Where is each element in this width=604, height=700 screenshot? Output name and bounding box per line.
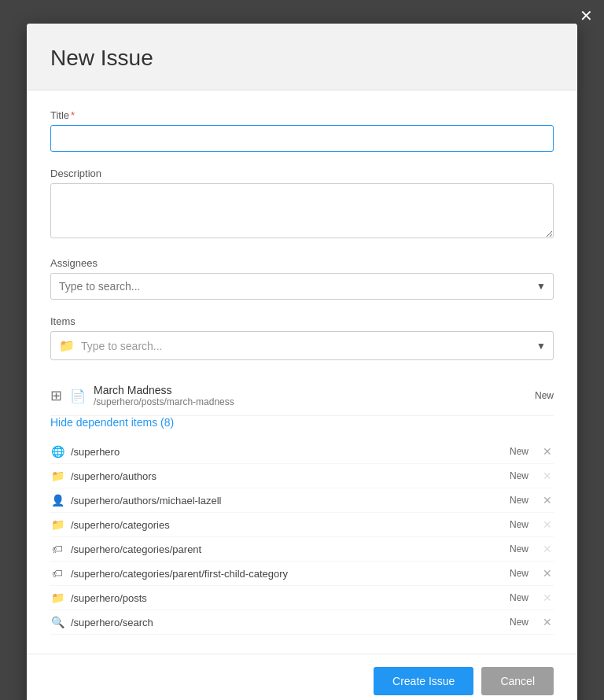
dep-path: /superhero/authors	[71, 470, 503, 482]
selected-item-name: March Madness	[94, 384, 527, 396]
dep-status: New	[510, 568, 528, 579]
list-item: 📁 /superhero/categories New ✕	[50, 513, 554, 537]
dep-close-icon[interactable]: ✕	[541, 494, 554, 507]
dep-close-icon[interactable]: ✕	[541, 470, 554, 482]
hide-dependent-link[interactable]: Hide dependent items (8)	[50, 416, 554, 429]
create-issue-button[interactable]: Create Issue	[374, 667, 473, 695]
close-button[interactable]: ✕	[580, 8, 593, 24]
items-placeholder-text: Type to search...	[81, 340, 163, 352]
list-item: 🏷 /superhero/categories/parent New ✕	[50, 537, 554, 562]
list-item: 📁 /superhero/authors New ✕	[50, 464, 554, 488]
new-issue-modal: New Issue Title* Description Assignees	[27, 24, 577, 700]
list-item: 🔍 /superhero/search New ✕	[50, 610, 554, 635]
dependent-items-list: 🌐 /superhero New ✕ 📁 /superhero/authors …	[50, 440, 554, 635]
dep-close-icon[interactable]: ✕	[541, 445, 554, 458]
dep-path: /superhero/authors/michael-lazell	[71, 495, 503, 507]
list-item: 🏷 /superhero/categories/parent/first-chi…	[50, 562, 554, 586]
list-item: 👤 /superhero/authors/michael-lazell New …	[50, 488, 554, 513]
hierarchy-icon: ⊞	[50, 387, 62, 404]
dep-close-icon[interactable]: ✕	[541, 543, 554, 555]
list-item: 📁 /superhero/posts New ✕	[50, 586, 554, 610]
cancel-button[interactable]: Cancel	[481, 667, 554, 695]
dep-path: /superhero/posts	[71, 592, 503, 604]
items-label: Items	[50, 315, 554, 327]
items-folder-icon: 📁	[59, 338, 75, 353]
description-input[interactable]	[50, 183, 554, 238]
folder-icon: 📁	[50, 591, 64, 604]
dep-path: /superhero/categories/parent	[71, 543, 503, 555]
modal-header: New Issue	[27, 24, 577, 90]
dep-status: New	[510, 470, 528, 481]
title-label: Title*	[50, 109, 554, 121]
assignees-search-input[interactable]	[50, 273, 554, 300]
description-label: Description	[50, 168, 554, 179]
dep-status: New	[510, 495, 528, 506]
dep-status: New	[510, 592, 528, 603]
globe-icon: 🌐	[50, 445, 64, 458]
selected-item-doc-icon: 📄	[70, 389, 86, 403]
selected-item-info: March Madness /superhero/posts/march-mad…	[94, 384, 527, 407]
items-select-input[interactable]: 📁 Type to search...	[50, 331, 554, 360]
dep-status: New	[510, 617, 528, 628]
dep-status: New	[510, 519, 528, 530]
title-input[interactable]	[50, 125, 554, 152]
modal-body: Title* Description Assignees ▼ Items	[27, 90, 577, 654]
dep-path: /superhero	[71, 446, 503, 458]
person-icon: 👤	[50, 494, 64, 507]
assignees-select-wrapper: ▼	[50, 273, 554, 300]
dep-close-icon[interactable]: ✕	[541, 616, 554, 628]
selected-item-status: New	[535, 390, 554, 401]
items-field-group: Items 📁 Type to search... ▼	[50, 315, 554, 360]
list-item: 🌐 /superhero New ✕	[50, 440, 554, 464]
dep-status: New	[510, 543, 528, 554]
modal-title: New Issue	[50, 46, 554, 71]
description-field-group: Description	[50, 168, 554, 241]
search-icon: 🔍	[50, 616, 64, 628]
folder-icon: 📁	[50, 470, 64, 482]
assignees-field-group: Assignees ▼	[50, 257, 554, 300]
folder-icon: 📁	[50, 518, 64, 531]
modal-footer: Create Issue Cancel	[27, 654, 577, 700]
dep-path: /superhero/categories/parent/first-child…	[71, 568, 503, 580]
selected-item: ⊞ 📄 March Madness /superhero/posts/march…	[50, 376, 554, 416]
dep-close-icon[interactable]: ✕	[541, 518, 554, 531]
dep-path: /superhero/search	[71, 617, 503, 628]
tag-icon: 🏷	[50, 543, 64, 555]
required-indicator: *	[71, 109, 75, 121]
dep-close-icon[interactable]: ✕	[541, 567, 554, 580]
modal-overlay: ✕ New Issue Title* Description Assignees	[0, 0, 604, 700]
tag-icon: 🏷	[50, 567, 64, 580]
dep-path: /superhero/categories	[71, 519, 503, 531]
assignees-label: Assignees	[50, 257, 554, 269]
selected-item-path: /superhero/posts/march-madness	[94, 396, 527, 407]
dep-close-icon[interactable]: ✕	[541, 591, 554, 604]
title-field-group: Title*	[50, 109, 554, 152]
items-select-wrapper[interactable]: 📁 Type to search... ▼	[50, 331, 554, 360]
dep-status: New	[510, 446, 528, 457]
